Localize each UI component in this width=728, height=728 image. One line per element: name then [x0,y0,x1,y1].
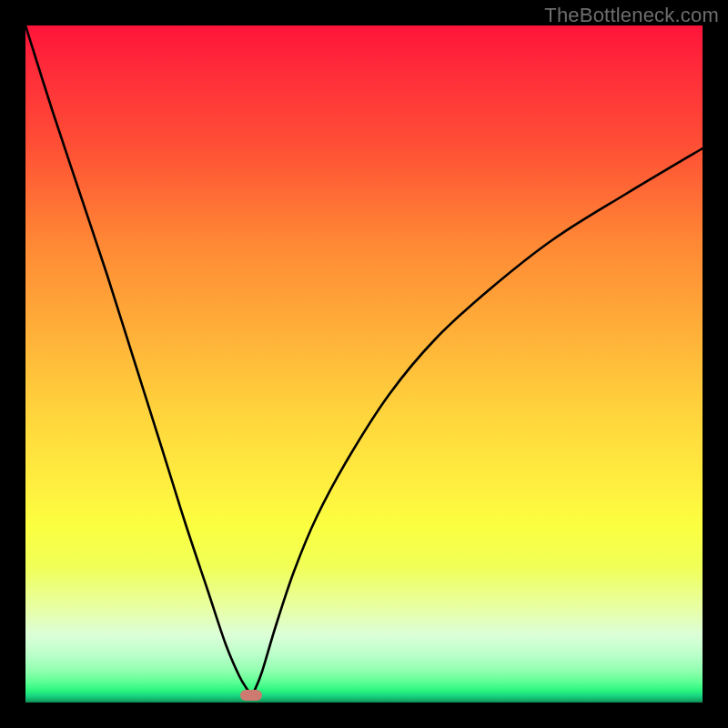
plot-area [25,25,703,703]
curve-path [25,25,703,695]
stage: TheBottleneck.com [0,0,728,728]
bottleneck-curve [25,25,703,703]
watermark-text: TheBottleneck.com [544,4,719,27]
vertex-marker [240,690,262,701]
